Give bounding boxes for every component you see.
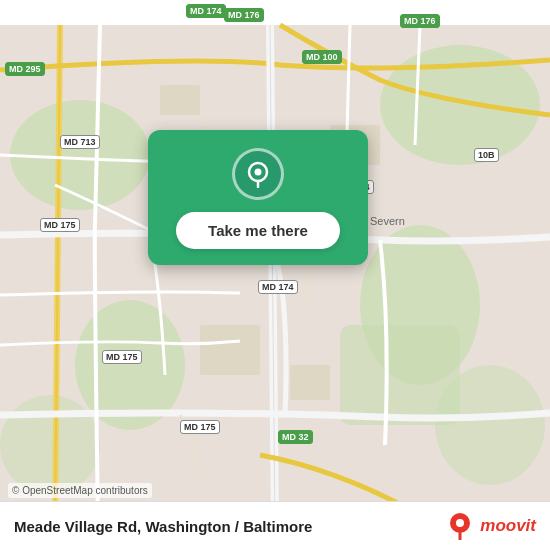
bottom-bar: Meade Village Rd, Washington / Baltimore…: [0, 501, 550, 550]
svg-rect-11: [290, 365, 330, 400]
map-container: MD 174 MD 295 MD 176 MD 176 MD 100 MD 71…: [0, 0, 550, 550]
map-svg: [0, 0, 550, 550]
svg-rect-10: [200, 325, 260, 375]
address-label: Meade Village Rd, Washington / Baltimore: [14, 518, 312, 535]
road-label-md32: MD 32: [278, 430, 313, 444]
location-pin-icon: [244, 160, 272, 188]
road-label-md174b: MD 174: [258, 280, 298, 294]
road-label-md713: MD 713: [60, 135, 100, 149]
road-label-md100: MD 100: [302, 50, 342, 64]
svg-point-7: [435, 365, 545, 485]
svg-point-15: [456, 519, 464, 527]
moovit-text: moovit: [480, 516, 536, 536]
road-label-md176b: MD 176: [400, 14, 440, 28]
moovit-icon: [446, 512, 474, 540]
svg-point-13: [255, 169, 262, 176]
road-label-md175c: MD 175: [180, 420, 220, 434]
road-label-md295: MD 295: [5, 62, 45, 76]
take-me-button[interactable]: Take me there: [176, 212, 340, 249]
location-icon-circle: [232, 148, 284, 200]
city-label-severn: Severn: [370, 215, 405, 227]
svg-rect-8: [160, 85, 200, 115]
take-me-card: Take me there: [148, 130, 368, 265]
road-label-10b: MD 174: [186, 4, 226, 18]
road-label-md175b: MD 175: [102, 350, 142, 364]
svg-point-1: [10, 100, 150, 210]
road-label-md174c: 10B: [474, 148, 499, 162]
road-label-md175a: MD 175: [40, 218, 80, 232]
map-attribution: © OpenStreetMap contributors: [8, 483, 152, 498]
moovit-logo: moovit: [446, 512, 536, 540]
road-label-md176a: MD 176: [224, 8, 264, 22]
